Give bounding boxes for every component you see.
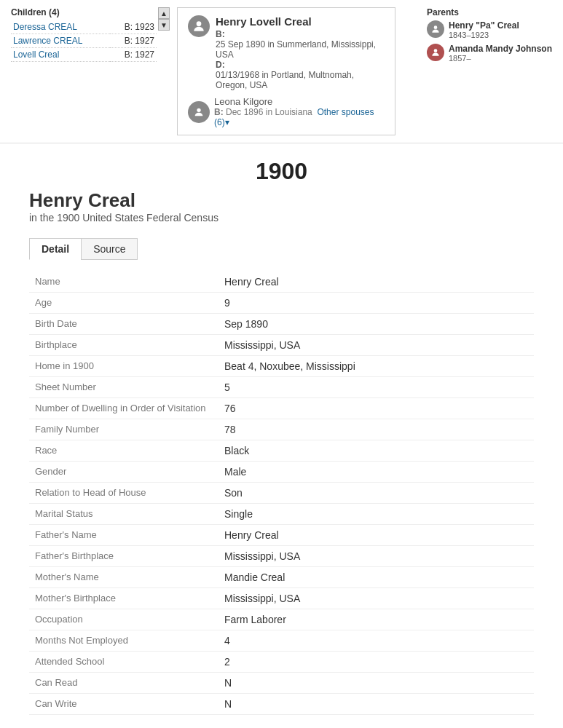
detail-row: NameHenry Creal <box>29 272 534 293</box>
detail-row: OccupationFarm Laborer <box>29 609 534 630</box>
detail-row: RaceBlack <box>29 440 534 462</box>
mother-info: Amanda Mandy Johnson 1857– <box>449 44 552 63</box>
census-year: 1900 <box>29 158 534 185</box>
detail-row: Number of Dwelling in Order of Visitatio… <box>29 398 534 419</box>
child-row[interactable]: Deressa CREALB: 1923 <box>11 20 157 34</box>
detail-label: Occupation <box>29 609 218 630</box>
census-subtitle: in the 1900 United States Federal Census <box>29 212 534 223</box>
detail-row: Can WriteN <box>29 694 534 715</box>
detail-value: 9 <box>218 293 534 314</box>
detail-value: 76 <box>218 398 534 419</box>
detail-row: Birth DateSep 1890 <box>29 314 534 335</box>
spouse-row: Leona Kilgore B: Dec 1896 in Louisiana O… <box>188 96 385 127</box>
detail-row: Father's NameHenry Creal <box>29 525 534 546</box>
detail-value: Beat 4, Noxubee, Mississippi <box>218 356 534 377</box>
detail-label: Mother's Name <box>29 567 218 588</box>
detail-row: Mother's BirthplaceMississippi, USA <box>29 588 534 609</box>
detail-label: Race <box>29 440 218 462</box>
detail-row: Age9 <box>29 293 534 314</box>
main-content: 1900 Henry Creal in the 1900 United Stat… <box>0 143 563 728</box>
detail-value: Black <box>218 440 534 462</box>
person-card-header: Henry Lovell Creal B: 25 Sep 1890 in Sum… <box>188 15 385 90</box>
svg-point-2 <box>434 25 438 29</box>
tab-source[interactable]: Source <box>81 238 138 260</box>
main-person-name[interactable]: Henry Lovell Creal <box>216 15 385 28</box>
mother-dates: 1857– <box>449 54 552 63</box>
children-panel: Children (4) Deressa CREALB: 1923Lawrenc… <box>11 7 170 135</box>
detail-row: Family Number78 <box>29 419 534 440</box>
detail-row: GenderMale <box>29 462 534 483</box>
detail-label: Relation to Head of House <box>29 483 218 504</box>
spouse-avatar <box>188 101 210 123</box>
scroll-up[interactable]: ▲ <box>158 7 170 19</box>
main-person-birth: B: 25 Sep 1890 in Summerland, Mississipp… <box>216 29 385 90</box>
detail-label: Age <box>29 293 218 314</box>
detail-label: Attended School <box>29 652 218 673</box>
detail-label: Months Not Employed <box>29 630 218 652</box>
scroll-down[interactable]: ▼ <box>158 19 170 31</box>
detail-label: Mother's Birthplace <box>29 588 218 609</box>
svg-point-3 <box>434 49 438 52</box>
child-row[interactable]: Lovell CrealB: 1927 <box>11 48 157 62</box>
spouse-info: Leona Kilgore B: Dec 1896 in Louisiana O… <box>214 96 385 127</box>
child-row[interactable]: Lawrence CREALB: 1927 <box>11 34 157 48</box>
detail-label: Father's Name <box>29 525 218 546</box>
svg-point-1 <box>197 108 200 111</box>
detail-value: 4 <box>218 630 534 652</box>
tab-detail[interactable]: Detail <box>29 238 81 260</box>
children-scroll: ▲ ▼ <box>158 7 170 31</box>
detail-table: NameHenry CrealAge9Birth DateSep 1890Bir… <box>29 272 534 715</box>
detail-row: Sheet Number5 <box>29 377 534 398</box>
detail-row: Mother's NameMandie Creal <box>29 567 534 588</box>
detail-value: Farm Laborer <box>218 609 534 630</box>
parents-title: Parents <box>427 7 552 17</box>
detail-label: Birthplace <box>29 335 218 356</box>
detail-row: BirthplaceMississippi, USA <box>29 335 534 356</box>
detail-value: N <box>218 673 534 694</box>
mother-avatar <box>427 44 444 61</box>
detail-label: Gender <box>29 462 218 483</box>
spouse-birth-value: Dec 1896 in Louisiana <box>226 107 312 117</box>
top-section: Children (4) Deressa CREALB: 1923Lawrenc… <box>0 0 563 143</box>
detail-value: 78 <box>218 419 534 440</box>
detail-label: Marital Status <box>29 504 218 525</box>
detail-label: Sheet Number <box>29 377 218 398</box>
children-title: Children (4) <box>11 7 157 17</box>
father-avatar <box>427 20 444 38</box>
mother-row: Amanda Mandy Johnson 1857– <box>427 44 552 63</box>
parents-panel: Parents Henry "Pa" Creal 1843–1923 Amand… <box>427 7 552 135</box>
detail-value: Son <box>218 483 534 504</box>
detail-label: Can Write <box>29 694 218 715</box>
father-dates: 1843–1923 <box>449 31 519 39</box>
spouse-name[interactable]: Leona Kilgore <box>214 96 385 107</box>
main-person-card: Henry Lovell Creal B: 25 Sep 1890 in Sum… <box>177 7 395 135</box>
spouse-birth: B: Dec 1896 in Louisiana Other spouses (… <box>214 107 385 127</box>
main-person-avatar <box>188 15 210 37</box>
father-info: Henry "Pa" Creal 1843–1923 <box>449 20 519 39</box>
detail-label: Can Read <box>29 673 218 694</box>
detail-value: Mississippi, USA <box>218 546 534 567</box>
detail-value: Mississippi, USA <box>218 588 534 609</box>
mother-name[interactable]: Amanda Mandy Johnson <box>449 44 552 54</box>
main-person-info: Henry Lovell Creal B: 25 Sep 1890 in Sum… <box>216 15 385 90</box>
detail-value: Mississippi, USA <box>218 335 534 356</box>
detail-row: Home in 1900Beat 4, Noxubee, Mississippi <box>29 356 534 377</box>
father-row: Henry "Pa" Creal 1843–1923 <box>427 20 552 39</box>
detail-label: Number of Dwelling in Order of Visitatio… <box>29 398 218 419</box>
detail-label: Birth Date <box>29 314 218 335</box>
detail-label: Father's Birthplace <box>29 546 218 567</box>
detail-value: Sep 1890 <box>218 314 534 335</box>
detail-value: 5 <box>218 377 534 398</box>
person-title: Henry Creal <box>29 189 534 212</box>
main-person-birth-value: 25 Sep 1890 in Summerland, Mississippi, … <box>216 39 385 60</box>
detail-value: Henry Creal <box>218 272 534 293</box>
main-person-death-value: 01/13/1968 in Portland, Multnomah, Orego… <box>216 70 385 90</box>
children-table: Deressa CREALB: 1923Lawrence CREALB: 192… <box>11 20 157 62</box>
detail-value: Single <box>218 504 534 525</box>
detail-value: N <box>218 694 534 715</box>
detail-row: Relation to Head of HouseSon <box>29 483 534 504</box>
detail-row: Can ReadN <box>29 673 534 694</box>
detail-row: Marital StatusSingle <box>29 504 534 525</box>
detail-value: Mandie Creal <box>218 567 534 588</box>
father-name[interactable]: Henry "Pa" Creal <box>449 20 519 31</box>
